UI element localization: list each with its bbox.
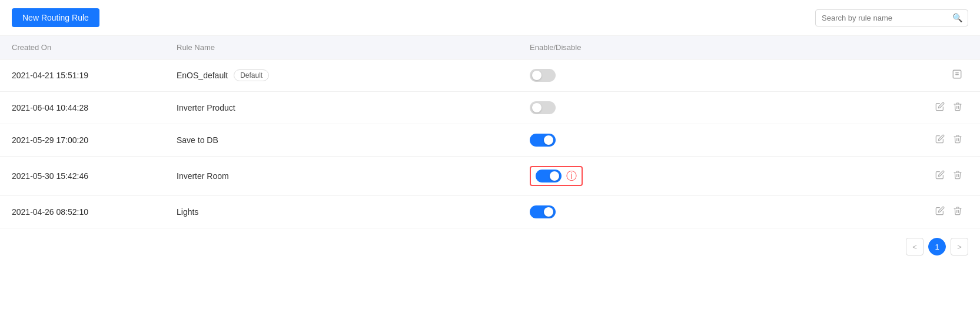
cell-actions [671, 196, 980, 228]
table-row: 2021-06-04 10:44:28Inverter Product [0, 92, 980, 124]
cell-actions [671, 124, 980, 157]
action-icons [935, 170, 962, 182]
col-header-rule-name: Rule Name [165, 36, 518, 59]
search-icon: 🔍 [952, 13, 962, 22]
cell-created-on: 2021-04-26 08:52:10 [0, 196, 165, 228]
cell-enable-disable: ⓘ [518, 157, 671, 196]
cell-created-on: 2021-05-30 15:42:46 [0, 157, 165, 196]
edit-icon[interactable] [935, 134, 945, 146]
new-routing-rule-button[interactable]: New Routing Rule [12, 8, 99, 27]
toggle-track[interactable] [530, 101, 556, 114]
cell-rule-name: Inverter Room [165, 157, 518, 196]
table-header-row: Created On Rule Name Enable/Disable [0, 36, 980, 59]
edit-icon[interactable] [935, 206, 945, 218]
table-row: 2021-04-21 15:51:19EnOS_defaultDefault [0, 59, 980, 92]
col-header-created-on: Created On [0, 36, 165, 59]
toggle-knob [532, 103, 542, 112]
toggle-knob [544, 135, 553, 145]
delete-icon[interactable] [953, 102, 962, 114]
toggle-knob [550, 171, 559, 181]
action-icons [935, 102, 962, 114]
toggle-track[interactable] [530, 205, 556, 218]
pagination: < 1 > [0, 228, 980, 265]
rule-name-text: Inverter Product [177, 103, 235, 112]
table-row: 2021-05-30 15:42:46Inverter Roomⓘ [0, 157, 980, 196]
col-header-enable-disable: Enable/Disable [518, 36, 671, 59]
cell-actions [671, 59, 980, 92]
toggle-knob [532, 71, 542, 80]
action-icons [935, 206, 962, 218]
search-input[interactable] [815, 9, 968, 26]
cell-actions [671, 92, 980, 124]
pagination-page-1[interactable]: 1 [928, 238, 946, 255]
delete-icon[interactable] [953, 134, 962, 146]
cell-enable-disable [518, 59, 671, 92]
cell-rule-name: Save to DB [165, 124, 518, 157]
warning-icon: ⓘ [566, 171, 577, 181]
rule-name-text: Lights [177, 207, 198, 217]
edit-icon[interactable] [935, 102, 945, 114]
search-wrapper: 🔍 [815, 9, 968, 26]
rule-name-text: EnOS_default [177, 71, 228, 80]
cell-rule-name: Inverter Product [165, 92, 518, 124]
cell-enable-disable [518, 196, 671, 228]
cell-enable-disable [518, 92, 671, 124]
delete-icon[interactable] [953, 170, 962, 182]
pagination-next[interactable]: > [951, 238, 968, 255]
table-row: 2021-05-29 17:00:20Save to DB [0, 124, 980, 157]
pagination-prev[interactable]: < [906, 238, 923, 255]
table-row: 2021-04-26 08:52:10Lights [0, 196, 980, 228]
cell-created-on: 2021-06-04 10:44:28 [0, 92, 165, 124]
cell-rule-name: Lights [165, 196, 518, 228]
edit-icon[interactable] [935, 170, 945, 182]
cell-created-on: 2021-05-29 17:00:20 [0, 124, 165, 157]
col-header-actions [671, 36, 980, 59]
toggle-track[interactable] [530, 69, 556, 82]
top-bar: New Routing Rule 🔍 [0, 0, 980, 36]
routing-rules-table: Created On Rule Name Enable/Disable 2021… [0, 36, 980, 228]
svg-rect-0 [953, 70, 961, 78]
toggle-highlight-box: ⓘ [530, 166, 583, 186]
delete-icon[interactable] [953, 206, 962, 218]
cell-rule-name: EnOS_defaultDefault [165, 59, 518, 92]
rule-name-text: Inverter Room [177, 171, 229, 181]
cell-enable-disable [518, 124, 671, 157]
cell-actions [671, 157, 980, 196]
cell-created-on: 2021-04-21 15:51:19 [0, 59, 165, 92]
toggle-track[interactable] [530, 134, 556, 147]
toggle-track[interactable] [536, 170, 562, 182]
view-icon[interactable] [952, 71, 962, 81]
action-icons [935, 134, 962, 146]
rule-name-text: Save to DB [177, 135, 218, 145]
default-badge: Default [234, 69, 269, 81]
toggle-knob [544, 207, 553, 217]
